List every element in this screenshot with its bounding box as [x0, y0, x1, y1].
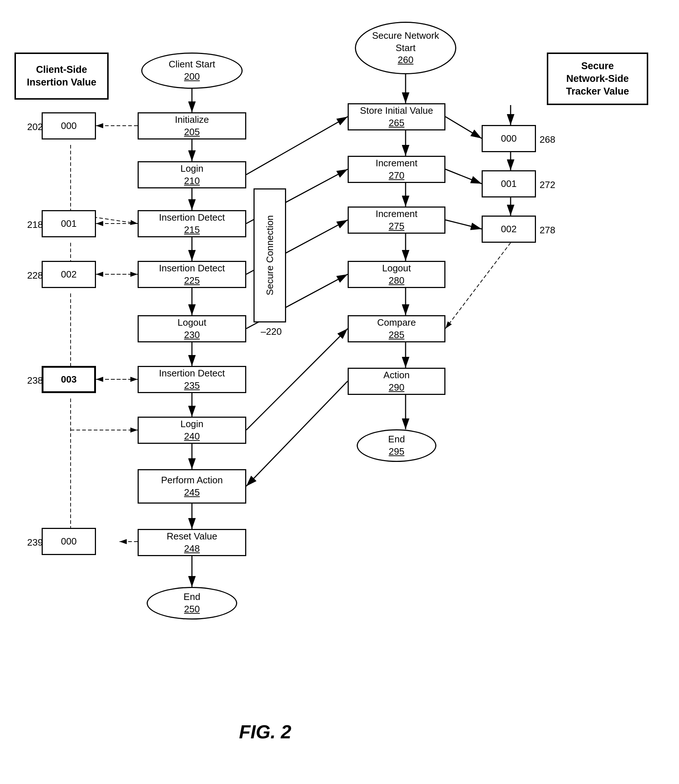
svg-line-22 [246, 117, 348, 175]
secure-network-label-box: SecureNetwork-SideTracker Value [547, 53, 648, 105]
diagram-container: Client Start 200 Secure NetworkStart260 … [0, 0, 679, 784]
value-001-272-node: 001 [482, 170, 536, 198]
initialize-node: Initialize205 [138, 112, 246, 140]
reset-value-248-node: Reset Value248 [138, 529, 246, 556]
login-210-node: Login210 [138, 161, 246, 188]
arrows-svg [0, 0, 679, 784]
value-000-239-node: 000 [42, 528, 96, 555]
perform-action-245-node: Perform Action245 [138, 469, 246, 503]
value-003-238-node: 003 [42, 366, 96, 393]
svg-line-27 [246, 381, 348, 486]
store-initial-value-node: Store Initial Value265 [348, 103, 446, 130]
value-002-278-node: 002 [482, 216, 536, 243]
secure-connection-box: Secure Connection [253, 188, 286, 323]
login-240-node: Login240 [138, 417, 246, 444]
svg-line-28 [446, 169, 482, 184]
client-start-label: Client Start 200 [169, 58, 216, 83]
ref-268: 268 [540, 134, 555, 145]
end-250-node: End250 [147, 587, 237, 619]
svg-line-29 [446, 220, 482, 229]
insertion-detect-225-node: Insertion Detect225 [138, 261, 246, 288]
ref-202: 202 [27, 121, 43, 133]
client-start-node: Client Start 200 [141, 53, 242, 89]
insertion-detect-235-node: Insertion Detect235 [138, 366, 246, 393]
secure-network-start-node: Secure NetworkStart260 [355, 22, 456, 74]
increment-270-node: Increment270 [348, 156, 446, 183]
fig-label: FIG. 2 [239, 721, 291, 743]
secure-network-start-label: Secure NetworkStart260 [372, 30, 439, 66]
compare-285-node: Compare285 [348, 315, 446, 342]
action-290-node: Action290 [348, 368, 446, 395]
svg-line-26 [246, 329, 348, 430]
ref-218: 218 [27, 219, 43, 230]
value-001-218-node: 001 [42, 210, 96, 237]
ref-239: 239 [27, 537, 43, 548]
insertion-detect-215-node: Insertion Detect215 [138, 210, 246, 237]
value-002-228-node: 002 [42, 261, 96, 288]
svg-line-30 [446, 117, 482, 138]
secure-connection-label: Secure Connection [264, 215, 275, 295]
ref-238: 238 [27, 375, 43, 386]
svg-line-31 [446, 243, 511, 329]
logout-230-node: Logout230 [138, 315, 246, 342]
ref-278: 278 [540, 224, 555, 236]
end-295-node: End295 [357, 429, 436, 462]
value-000-202-node: 000 [42, 112, 96, 140]
increment-275-node: Increment275 [348, 207, 446, 234]
value-000-268-node: 000 [482, 125, 536, 152]
ref-272: 272 [540, 179, 555, 191]
ref-220: –220 [261, 326, 282, 337]
client-side-label-box: Client-SideInsertion Value [14, 53, 109, 100]
ref-228: 228 [27, 270, 43, 281]
logout-280-node: Logout280 [348, 261, 446, 288]
